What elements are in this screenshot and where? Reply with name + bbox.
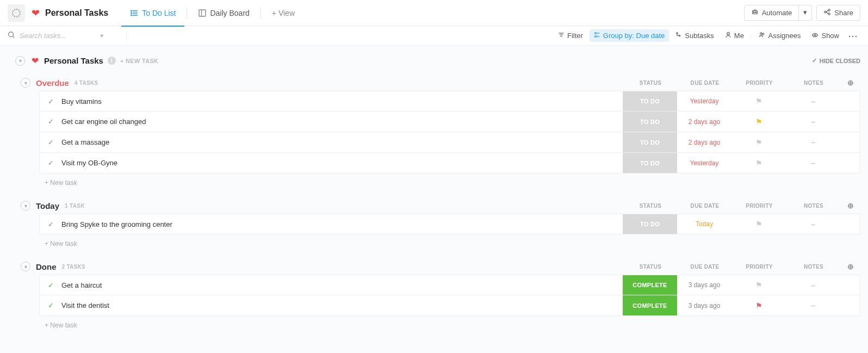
new-task-row[interactable]: + New task <box>39 174 860 187</box>
task-row[interactable]: ✓ Visit the dentist COMPLETE 3 days ago … <box>39 295 860 316</box>
group-name[interactable]: Overdue <box>36 78 69 88</box>
due-date[interactable]: Yesterday <box>677 91 731 111</box>
search-input[interactable] <box>20 32 96 40</box>
task-name[interactable]: Get a massage <box>61 138 623 146</box>
task-name[interactable]: Get car engine oil changed <box>61 117 623 126</box>
chevron-down-icon: ▾ <box>24 203 27 209</box>
task-row[interactable]: ✓ Get car engine oil changed TO DO 2 day… <box>39 112 860 132</box>
share-button[interactable]: Share <box>816 5 860 21</box>
complete-check-icon[interactable]: ✓ <box>40 138 61 146</box>
add-column-button[interactable]: ⊕ <box>841 262 860 271</box>
notes-cell[interactable]: – <box>786 295 840 315</box>
col-notes: NOTES <box>786 203 841 209</box>
due-date[interactable]: 2 days ago <box>677 132 731 152</box>
due-date[interactable]: 3 days ago <box>677 275 731 295</box>
notes-cell[interactable]: – <box>786 91 840 111</box>
status-pill[interactable]: COMPLETE <box>623 275 677 295</box>
complete-check-icon[interactable]: ✓ <box>40 220 61 228</box>
me-label: Me <box>734 32 744 40</box>
notes-cell[interactable]: – <box>786 112 840 132</box>
task-row[interactable]: ✓ Bring Spyke to the grooming center TO … <box>39 214 860 234</box>
status-pill[interactable]: TO DO <box>623 112 677 132</box>
due-date[interactable]: 3 days ago <box>677 295 731 315</box>
group-name[interactable]: Done <box>36 262 57 271</box>
complete-check-icon[interactable]: ✓ <box>40 97 61 106</box>
priority-flag-icon[interactable]: ⚑ <box>731 112 786 132</box>
automate-dropdown[interactable]: ▾ <box>799 5 812 21</box>
priority-flag-icon[interactable]: ⚑ <box>731 275 786 295</box>
notes-cell[interactable]: – <box>786 132 840 152</box>
me-chip[interactable]: Me <box>721 29 748 42</box>
svg-line-18 <box>13 36 15 38</box>
due-date[interactable]: Yesterday <box>677 153 731 173</box>
subtasks-chip[interactable]: Subtasks <box>671 29 718 42</box>
col-priority: PRIORITY <box>732 264 786 270</box>
view-divider <box>261 7 261 19</box>
add-column-button[interactable]: ⊕ <box>841 78 860 87</box>
task-row[interactable]: ✓ Buy vitamins TO DO Yesterday ⚑ – <box>39 91 860 112</box>
task-name[interactable]: Visit my OB-Gyne <box>61 159 623 167</box>
col-due: DUE DATE <box>678 80 732 86</box>
task-row[interactable]: ✓ Get a massage TO DO 2 days ago ⚑ – <box>39 132 860 153</box>
check-icon: ✓ <box>812 57 817 64</box>
task-name[interactable]: Bring Spyke to the grooming center <box>61 220 623 228</box>
collapse-group-button[interactable]: ▾ <box>21 262 30 271</box>
groupby-label: Group by: Due date <box>603 32 665 40</box>
add-column-button[interactable]: ⊕ <box>841 201 860 210</box>
priority-flag-icon[interactable]: ⚑ <box>731 91 786 111</box>
complete-check-icon[interactable]: ✓ <box>40 301 61 309</box>
task-row[interactable]: ✓ Visit my OB-Gyne TO DO Yesterday ⚑ – <box>39 153 860 174</box>
collapse-group-button[interactable]: ▾ <box>21 201 30 210</box>
status-pill[interactable]: TO DO <box>623 132 677 152</box>
task-name[interactable]: Visit the dentist <box>61 301 623 309</box>
info-icon[interactable]: i <box>108 57 116 65</box>
priority-flag-icon[interactable]: ⚑ <box>731 214 786 234</box>
hide-closed-label: HIDE CLOSED <box>820 58 860 64</box>
col-priority: PRIORITY <box>732 80 786 86</box>
priority-flag-icon[interactable]: ⚑ <box>731 295 786 315</box>
svg-point-26 <box>677 33 678 34</box>
tab-todo-list[interactable]: To Do List <box>121 0 184 26</box>
due-date[interactable]: 2 days ago <box>677 112 731 132</box>
due-date[interactable]: Today <box>677 214 731 234</box>
show-label: Show <box>821 32 839 40</box>
priority-flag-icon[interactable]: ⚑ <box>731 132 786 152</box>
new-task-row[interactable]: + New task <box>39 234 860 247</box>
group-count: 4 TASKS <box>75 80 98 86</box>
list-settings-button[interactable] <box>8 4 25 22</box>
show-chip[interactable]: Show <box>807 29 844 42</box>
assignees-chip[interactable]: Assignees <box>754 29 805 42</box>
notes-cell[interactable]: – <box>786 275 840 295</box>
collapse-group-button[interactable]: ▾ <box>21 78 30 88</box>
complete-check-icon[interactable]: ✓ <box>40 281 61 289</box>
groupby-chip[interactable]: Group by: Due date <box>590 29 669 42</box>
complete-check-icon[interactable]: ✓ <box>40 117 61 126</box>
tab-daily-board[interactable]: Daily Board <box>189 0 258 26</box>
notes-cell[interactable]: – <box>786 214 840 234</box>
new-task-row[interactable]: + New task <box>39 316 860 329</box>
more-menu[interactable]: ⋯ <box>846 30 860 42</box>
notes-cell[interactable]: – <box>786 153 840 173</box>
collapse-all-button[interactable]: ▾ <box>15 56 25 66</box>
filter-chip[interactable]: Filter <box>554 29 587 42</box>
add-view-label: + View <box>272 9 295 17</box>
status-pill[interactable]: TO DO <box>623 91 677 111</box>
col-status: STATUS <box>623 80 678 86</box>
priority-flag-icon[interactable]: ⚑ <box>731 153 786 173</box>
new-task-button[interactable]: + NEW TASK <box>120 58 158 64</box>
status-pill[interactable]: TO DO <box>623 153 677 173</box>
task-name[interactable]: Buy vitamins <box>61 97 623 106</box>
hide-closed-button[interactable]: ✓ HIDE CLOSED <box>812 57 860 64</box>
automate-button[interactable]: Automate <box>744 5 799 21</box>
task-name[interactable]: Get a haircut <box>61 281 623 289</box>
complete-check-icon[interactable]: ✓ <box>40 159 61 167</box>
status-pill[interactable]: COMPLETE <box>623 295 677 315</box>
status-pill[interactable]: TO DO <box>623 214 677 234</box>
list-icon <box>130 9 139 17</box>
search-chevron-down-icon[interactable]: ▾ <box>100 32 104 40</box>
project-title: Personal Tasks <box>45 8 108 18</box>
board-icon <box>198 9 207 17</box>
add-view-button[interactable]: + View <box>263 0 303 26</box>
group-name[interactable]: Today <box>36 201 59 210</box>
task-row[interactable]: ✓ Get a haircut COMPLETE 3 days ago ⚑ – <box>39 275 860 295</box>
